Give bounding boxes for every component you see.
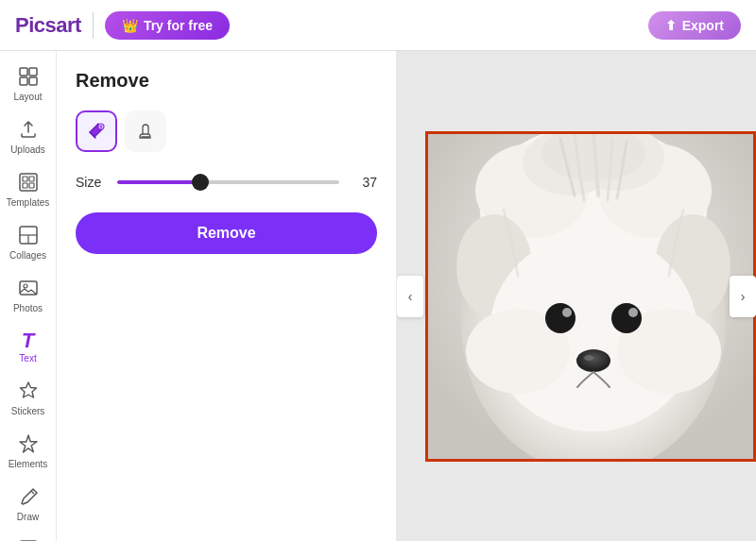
header-divider bbox=[93, 12, 94, 39]
header-left: Picsart 👑 Try for free bbox=[15, 11, 230, 40]
photos-icon bbox=[18, 278, 39, 301]
try-free-label: Try for free bbox=[144, 18, 213, 33]
draw-icon bbox=[18, 486, 39, 510]
magic-eraser-button[interactable] bbox=[76, 110, 117, 152]
elements-icon bbox=[18, 433, 39, 457]
sidebar-item-templates[interactable]: Templates bbox=[4, 164, 53, 215]
svg-rect-8 bbox=[29, 183, 34, 188]
collages-icon bbox=[18, 225, 39, 248]
sidebar-item-draw[interactable]: Draw bbox=[4, 479, 53, 530]
export-upload-icon: ⬆ bbox=[665, 18, 677, 33]
sidebar-item-photos[interactable]: Photos bbox=[4, 270, 53, 321]
sidebar-text-label: Text bbox=[19, 353, 36, 363]
dog-photo bbox=[425, 131, 756, 462]
sidebar-layout-label: Layout bbox=[13, 92, 42, 102]
sidebar-item-layout[interactable]: Layout bbox=[4, 59, 53, 110]
canvas-image bbox=[435, 131, 756, 462]
sidebar-elements-label: Elements bbox=[9, 459, 48, 469]
svg-point-35 bbox=[584, 355, 593, 361]
export-button[interactable]: ⬆ Export bbox=[648, 11, 741, 40]
svg-point-33 bbox=[628, 308, 638, 317]
text-icon: T bbox=[22, 330, 34, 351]
size-slider[interactable] bbox=[117, 180, 339, 184]
size-label: Size bbox=[76, 175, 106, 190]
sidebar-uploads-label: Uploads bbox=[10, 144, 45, 155]
svg-rect-7 bbox=[23, 183, 27, 188]
svg-rect-5 bbox=[23, 177, 27, 181]
canvas-nav-right[interactable]: › bbox=[730, 276, 756, 317]
size-row: Size 37 bbox=[76, 175, 377, 190]
tool-row bbox=[76, 110, 377, 152]
svg-point-31 bbox=[611, 303, 642, 333]
panel-title: Remove bbox=[76, 70, 377, 92]
stickers-icon bbox=[18, 380, 39, 404]
crown-icon: 👑 bbox=[122, 18, 138, 33]
remove-button[interactable]: Remove bbox=[76, 212, 377, 254]
tool-panel: Remove Size 37 bbox=[57, 51, 397, 541]
size-value: 37 bbox=[351, 175, 377, 190]
sidebar-photos-label: Photos bbox=[13, 303, 43, 313]
try-free-button[interactable]: 👑 Try for free bbox=[105, 11, 230, 40]
svg-rect-0 bbox=[20, 68, 27, 76]
svg-point-34 bbox=[576, 349, 610, 372]
canvas-nav-left[interactable]: ‹ bbox=[397, 276, 423, 317]
sidebar: Layout Uploads Templates bbox=[0, 51, 57, 541]
export-label: Export bbox=[682, 18, 724, 33]
sidebar-collages-label: Collages bbox=[9, 250, 46, 261]
body: Layout Uploads Templates bbox=[0, 51, 756, 541]
svg-point-13 bbox=[24, 284, 27, 288]
sidebar-item-stickers[interactable]: Stickers bbox=[4, 373, 53, 424]
sidebar-item-background[interactable]: Background bbox=[4, 532, 53, 541]
svg-rect-3 bbox=[29, 77, 37, 85]
svg-rect-6 bbox=[29, 177, 34, 181]
sidebar-templates-label: Templates bbox=[7, 197, 50, 208]
uploads-icon bbox=[18, 119, 39, 143]
templates-icon bbox=[18, 172, 39, 195]
brush-eraser-button[interactable] bbox=[125, 110, 166, 152]
svg-point-30 bbox=[545, 303, 576, 333]
canvas-area: ‹ bbox=[397, 51, 756, 541]
sidebar-item-uploads[interactable]: Uploads bbox=[4, 111, 53, 162]
svg-rect-1 bbox=[29, 68, 37, 76]
sidebar-item-text[interactable]: T Text bbox=[4, 323, 53, 371]
sidebar-item-collages[interactable]: Collages bbox=[4, 217, 53, 268]
logo: Picsart bbox=[15, 13, 81, 38]
layout-icon bbox=[18, 66, 39, 90]
svg-rect-2 bbox=[20, 77, 27, 85]
sidebar-item-elements[interactable]: Elements bbox=[4, 426, 53, 477]
header: Picsart 👑 Try for free ⬆ Export bbox=[0, 0, 756, 51]
sidebar-draw-label: Draw bbox=[17, 512, 39, 522]
svg-point-32 bbox=[562, 308, 572, 317]
sidebar-stickers-label: Stickers bbox=[11, 406, 45, 416]
